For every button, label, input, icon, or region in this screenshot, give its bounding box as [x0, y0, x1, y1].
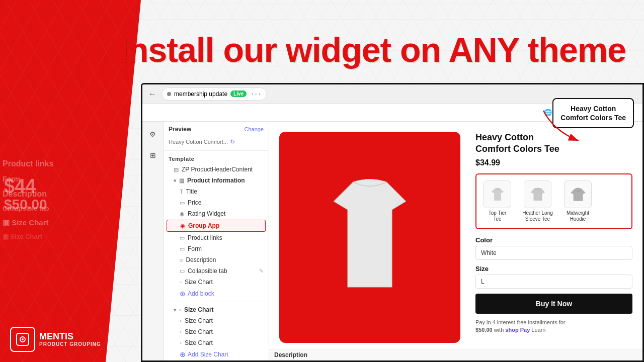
item-icon: ◦	[180, 340, 182, 346]
tree-item-size-chart-1[interactable]: ◦ Size Chart	[164, 277, 269, 288]
tab-name: membership update	[174, 90, 227, 98]
top-tier-icon	[489, 185, 507, 203]
tree-item-size-chart-b[interactable]: ◦ Size Chart	[164, 326, 269, 337]
add-block-link[interactable]: ⊕ Add block	[164, 288, 269, 300]
page-headline: Install our widget on ANY theme	[101, 30, 644, 69]
item-icon: ◦	[180, 329, 182, 335]
size-label: Size	[475, 265, 632, 273]
item-label: Product links	[188, 234, 264, 241]
tab-dot	[167, 92, 171, 96]
color-select[interactable]: White	[475, 246, 632, 260]
tree-item-zp-product[interactable]: ▤ ZP ProductHeaderContent	[164, 164, 269, 175]
item-label: ZP ProductHeaderContent	[182, 166, 264, 173]
edit-icon: ✎	[259, 268, 264, 275]
item-label: Size Chart	[184, 306, 264, 313]
mentis-logo-icon	[15, 332, 30, 347]
tree-item-size-chart-c[interactable]: ◦ Size Chart	[164, 337, 269, 348]
logo-area: MENTIS PRODUCT GROUPING	[10, 327, 101, 352]
preview-label: Preview	[169, 126, 191, 133]
preview-header: Preview Change	[164, 122, 269, 137]
brand-name: MENTIS	[39, 332, 101, 342]
item-icon: ◦	[179, 307, 181, 313]
tree-item-product-links[interactable]: ▭ Product links	[164, 232, 269, 243]
tree-item-form[interactable]: ▭ Form	[164, 243, 269, 254]
change-link[interactable]: Change	[244, 126, 264, 132]
product-image	[279, 132, 460, 343]
tree-item-group-app[interactable]: ◉ Group App	[167, 220, 266, 232]
tree-item-price[interactable]: ▭ Price	[164, 197, 269, 208]
item-icon: ▤	[179, 177, 184, 184]
add-icon: ⊕	[180, 290, 186, 298]
tree-item-description[interactable]: ≡ Description	[164, 254, 269, 265]
callout-bubble: Heavy Cotton Comfort Colors Tee	[552, 98, 634, 128]
color-label: Color	[475, 236, 632, 244]
variant-top-tier[interactable]: Top TierTee	[480, 178, 514, 224]
tab-menu-dots[interactable]: ···	[252, 89, 261, 99]
description-bar: Description	[269, 349, 642, 360]
installment-prefix: Pay in 4 interest-free installments for	[475, 319, 566, 325]
variant-icon-box-2	[524, 180, 551, 208]
tree-item-rating[interactable]: ◉ Rating Widget	[164, 208, 269, 219]
item-icon: ▭	[180, 235, 185, 241]
chevron-icon-2: ▾	[174, 307, 176, 313]
color-value: White	[481, 249, 497, 256]
installment-amount: $50.00	[475, 327, 493, 333]
group-app-label: Group App	[188, 222, 260, 229]
item-label: Size Chart	[185, 339, 264, 346]
template-label: Template	[164, 153, 269, 164]
divider	[164, 150, 269, 151]
tree-item-size-chart-a[interactable]: ◦ Size Chart	[164, 315, 269, 326]
add-size-chart-link[interactable]: ⊕ Add Size Chart	[164, 348, 269, 360]
back-button[interactable]: ←	[148, 89, 156, 99]
sidebar-icons: ⚙ ⊞	[142, 122, 164, 360]
callout-line1: Heavy Cotton	[571, 105, 616, 113]
settings-icon[interactable]: ⚙	[146, 128, 159, 141]
learn-label: Learn	[531, 327, 545, 333]
brand-sub: PRODUCT GROUPING	[39, 341, 101, 347]
buy-button[interactable]: Buy It Now	[475, 294, 632, 314]
variant-heather[interactable]: Heather Long Sleeve Tee	[518, 178, 557, 224]
variant-label-3: MidweightHoodie	[567, 210, 589, 222]
variant-icon-box-3	[564, 180, 592, 208]
group-app-icon: ◉	[180, 223, 185, 229]
layers-icon[interactable]: ⊞	[146, 149, 159, 162]
tree-item-product-info[interactable]: ▾ ▤ Product information	[164, 175, 269, 186]
size-value: L	[481, 278, 485, 285]
preview-product-name: Heavy Cotton Comfort...	[169, 139, 228, 145]
browser-tab[interactable]: membership update Live ···	[162, 87, 267, 101]
editor-layout: ⚙ ⊞ Preview Change Heavy Cotton Comfort.…	[142, 122, 642, 360]
item-icon: T	[180, 189, 183, 195]
tree-item-collapsible[interactable]: ▭ Collapsible tab ✎	[164, 265, 269, 277]
variant-label-2: Heather Long Sleeve Tee	[521, 210, 554, 222]
product-price: $34.99	[475, 158, 632, 167]
tree-item-size-chart-section[interactable]: ▾ ◦ Size Chart	[164, 304, 269, 315]
product-page: Heavy CottonComfort Colors Tee $34.99	[269, 122, 642, 360]
callout-line2: Comfort Colors Tee	[560, 114, 626, 122]
group-variants: Top TierTee Heather Long Sleeve Tee	[475, 173, 632, 229]
item-label: Collapsible tab	[188, 267, 256, 275]
item-icon: ≡	[180, 257, 183, 263]
tree-panel: Preview Change Heavy Cotton Comfort... ↻…	[164, 122, 269, 360]
variant-hoodie[interactable]: MidweightHoodie	[561, 178, 595, 224]
live-badge: Live	[230, 90, 247, 97]
logo-text-block: MENTIS PRODUCT GROUPING	[39, 332, 101, 347]
hoodie-icon	[569, 185, 587, 203]
product-details: Heavy CottonComfort Colors Tee $34.99	[470, 132, 632, 350]
item-icon: ▭	[180, 200, 185, 206]
item-label: Rating Widget	[188, 210, 264, 217]
installment-text: Pay in 4 interest-free installments for …	[475, 319, 632, 334]
shop-pay-label: shop Pay	[505, 327, 530, 333]
tree-item-title[interactable]: T Title	[164, 186, 269, 197]
size-select[interactable]: L	[475, 275, 632, 289]
item-label: Title	[186, 188, 264, 195]
item-label: Size Chart	[185, 279, 264, 286]
preview-area: Heavy CottonComfort Colors Tee $34.99	[269, 122, 642, 360]
chevron-icon: ▾	[174, 178, 176, 184]
heather-icon	[529, 185, 547, 203]
preview-subtitle: Heavy Cotton Comfort... ↻	[164, 137, 269, 148]
add-size-chart-label: Add Size Chart	[188, 351, 228, 358]
item-icon: ▭	[180, 268, 185, 275]
refresh-icon[interactable]: ↻	[230, 138, 235, 145]
installment-suffix: with	[494, 327, 504, 333]
svg-point-6	[22, 338, 24, 340]
